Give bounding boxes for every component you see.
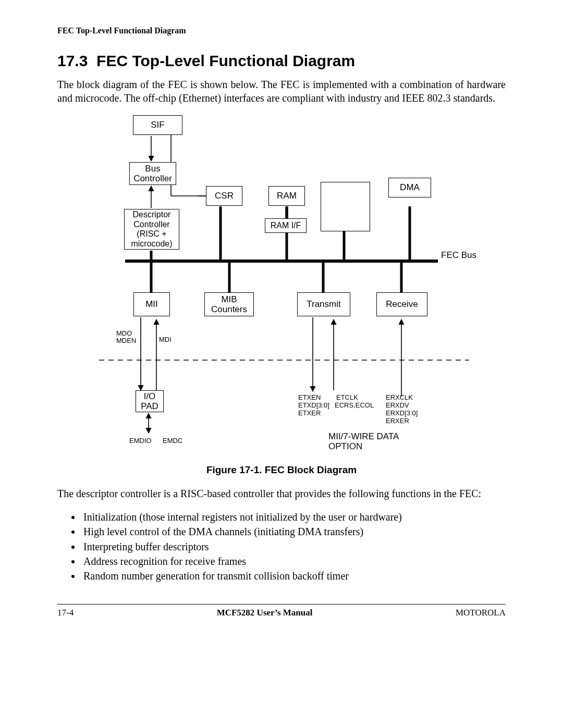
dma-block: DMA: [388, 178, 431, 198]
mii-block: MII: [133, 292, 170, 316]
function-list: Initialization (those internal registers…: [81, 510, 506, 583]
fec-block-diagram: SIF Bus Controller Descriptor Controller…: [83, 115, 480, 459]
erxer-label: ERXER: [386, 417, 409, 425]
section-heading: 17.3 FEC Top-Level Functional Diagram: [57, 52, 506, 70]
mdo-mden-label: MDO MDEN: [116, 330, 136, 345]
transmit-block: Transmit: [297, 292, 350, 316]
emdio-label: EMDIO: [129, 437, 152, 445]
ram-block: RAM: [268, 186, 305, 206]
section-title: FEC Top-Level Functional Diagram: [96, 52, 355, 69]
io-pad-block: I/O PAD: [136, 390, 164, 412]
list-item: Address recognition for receive frames: [81, 554, 506, 568]
page-footer: 17-4 MCF5282 User’s Manual MOTOROLA: [57, 604, 506, 618]
footer-page-number: 17-4: [57, 608, 74, 618]
footer-manual-title: MCF5282 User’s Manual: [217, 608, 313, 618]
csr-block: CSR: [206, 186, 242, 206]
descriptor-controller-block: Descriptor Controller (RISC + microcode): [124, 209, 179, 250]
sif-block: SIF: [133, 115, 182, 135]
running-header: FEC Top-Level Functional Diagram: [57, 26, 506, 35]
receive-block: Receive: [376, 292, 427, 316]
ecrs-ecol-label: ECRS,ECOL: [335, 402, 374, 409]
mdi-label: MDI: [159, 336, 172, 343]
fifo-controller-outline: [321, 182, 370, 231]
footer-company: MOTOROLA: [456, 608, 506, 618]
ram-if-block: RAM I/F: [265, 218, 307, 233]
etxen-label: ETXEN: [298, 394, 321, 401]
fec-bus-label: FEC Bus: [441, 251, 476, 261]
mii-7wire-option-label: MII/7-WIRE DATA OPTION: [328, 432, 399, 451]
erxd-label: ERXD[3:0]: [386, 410, 418, 417]
mib-counters-block: MIB Counters: [204, 292, 254, 316]
etxd-label: ETXD[3:0]: [298, 402, 329, 409]
erxdv-label: ERXDV: [386, 402, 409, 409]
bus-controller-block: Bus Controller: [129, 162, 176, 185]
figure-caption: Figure 17-1. FEC Block Diagram: [57, 464, 506, 476]
etclk-label: ETCLK: [336, 394, 358, 401]
etxer-label: ETXER: [298, 410, 321, 417]
desc-paragraph: The descriptor controller is a RISC-base…: [57, 487, 506, 501]
page: FEC Top-Level Functional Diagram 17.3 FE…: [0, 0, 563, 634]
list-item: Interpreting buffer descriptors: [81, 540, 506, 553]
erxclk-label: ERXCLK: [386, 394, 413, 401]
intro-paragraph: The block diagram of the FEC is shown be…: [57, 78, 506, 105]
emdc-label: EMDC: [163, 437, 182, 445]
list-item: Initialization (those internal registers…: [81, 510, 506, 524]
list-item: High level control of the DMA channels (…: [81, 525, 506, 538]
list-item: Random number generation for transmit co…: [81, 569, 506, 583]
section-number: 17.3: [57, 52, 88, 69]
